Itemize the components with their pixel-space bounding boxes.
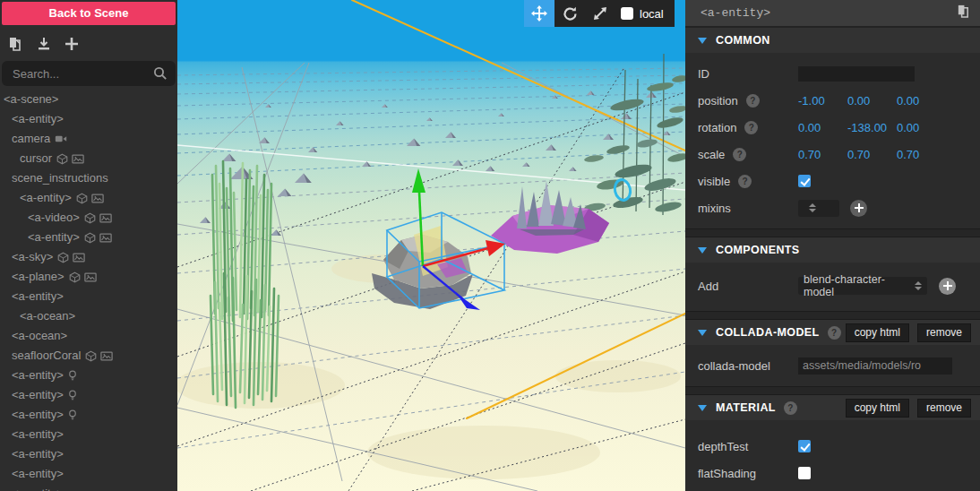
sidebar-actions — [0, 27, 177, 57]
search-icon[interactable] — [153, 66, 168, 84]
mixins-label: mixins — [698, 202, 798, 215]
rotation-x-field[interactable]: 0.00 — [798, 121, 847, 134]
tree-row[interactable]: <a-entity> — [0, 188, 177, 208]
depth-test-label: depthTest — [698, 440, 798, 453]
collada-model-row: collada-model — [685, 356, 980, 375]
add-component-button[interactable] — [939, 278, 956, 295]
tree-row[interactable]: <a-entity> — [0, 385, 177, 405]
scene-graph-sidebar: Back to Scene <a-scene> <a-entity> camer… — [0, 0, 177, 491]
tree-row[interactable]: <a-video> — [0, 208, 177, 228]
depth-test-checkbox[interactable] — [798, 440, 811, 452]
tree-row[interactable]: <a-plane> — [0, 267, 177, 287]
common-section-title: COMMON — [716, 34, 770, 47]
tree-row[interactable]: <a-entity> — [0, 444, 177, 464]
tree-row-label: <a-entity> — [12, 425, 64, 444]
search-input[interactable] — [2, 61, 176, 86]
tree-row[interactable]: <a-ocean> — [0, 326, 177, 346]
tree-row-label: <a-entity> — [12, 405, 64, 425]
tree-row[interactable]: <a-entity> — [0, 228, 177, 247]
collapse-collada-icon[interactable] — [698, 330, 707, 336]
position-x-field[interactable]: -1.00 — [798, 94, 847, 108]
material-copy-html-button[interactable]: copy html — [846, 399, 909, 418]
flat-shading-row: flatShading — [685, 460, 980, 487]
rotate-tool-button[interactable] — [554, 0, 585, 27]
select-arrows-icon — [809, 203, 816, 212]
camera-icon — [55, 134, 67, 144]
visible-help-icon[interactable] — [738, 175, 752, 188]
tree-row[interactable]: <a-scene> — [0, 90, 177, 109]
tree-row[interactable]: <a-ocean> — [0, 306, 177, 326]
visible-checkbox[interactable] — [798, 175, 811, 187]
collada-model-input[interactable] — [798, 357, 952, 375]
collapse-components-icon[interactable] — [698, 247, 707, 254]
copy-html-icon[interactable] — [956, 4, 971, 22]
rotation-z-field[interactable]: 0.00 — [897, 121, 946, 134]
tree-row[interactable]: camera — [0, 129, 177, 149]
collada-model-help-icon[interactable] — [828, 326, 841, 340]
position-help-icon[interactable] — [746, 94, 760, 108]
id-label: ID — [698, 67, 798, 81]
tree-row[interactable]: <a-entity> — [0, 287, 177, 306]
id-row: ID — [685, 60, 980, 87]
tree-row[interactable]: cursor — [0, 149, 177, 168]
translate-tool-button[interactable] — [524, 0, 554, 27]
collapse-material-icon[interactable] — [698, 405, 707, 411]
add-entity-icon[interactable] — [64, 37, 79, 51]
select-arrows-icon — [915, 281, 922, 290]
flat-shading-label: flatShading — [698, 467, 798, 480]
components-section-bar: COMPONENTS — [685, 237, 980, 263]
collada-model-section-title: COLLADA-MODEL — [716, 326, 820, 339]
cube-icon — [56, 153, 68, 165]
tree-row-label: <a-sky> — [12, 247, 53, 267]
collada-copy-html-button[interactable]: copy html — [846, 323, 909, 342]
local-checkbox[interactable] — [621, 7, 633, 20]
cube-icon — [76, 193, 88, 204]
tree-row[interactable]: seafloorCoral — [0, 346, 177, 366]
add-component-select[interactable]: blend-character-model — [798, 277, 927, 295]
position-y-field[interactable]: 0.00 — [847, 94, 897, 108]
mixins-select[interactable] — [798, 200, 839, 217]
material-remove-button[interactable]: remove — [917, 399, 971, 418]
position-z-field[interactable]: 0.00 — [897, 94, 946, 108]
scale-y-field[interactable]: 0.70 — [847, 148, 897, 161]
collada-remove-button[interactable]: remove — [917, 323, 971, 342]
rotation-y-field[interactable]: -138.00 — [847, 121, 897, 134]
add-component-row: Add blend-character-model — [685, 275, 980, 297]
tree-row[interactable]: <a-entity> — [0, 484, 177, 491]
common-section-bar: COMMON — [685, 28, 980, 53]
id-input[interactable] — [798, 66, 915, 82]
tree-row[interactable]: <a-entity> — [0, 366, 177, 385]
flat-shading-checkbox[interactable] — [798, 467, 811, 479]
scale-z-field[interactable]: 0.70 — [897, 148, 946, 161]
selected-entity-title: <a-entity> — [701, 6, 956, 20]
tree-row-label: scene_instructions — [12, 168, 108, 188]
collapse-common-icon[interactable] — [698, 38, 707, 44]
scene-canvas[interactable] — [177, 0, 685, 491]
tree-row-label: <a-ocean> — [20, 306, 75, 326]
add-mixin-button[interactable] — [850, 200, 867, 217]
copy-entity-icon[interactable] — [7, 36, 23, 52]
tree-row-label: <a-ocean> — [12, 326, 67, 346]
tree-row[interactable]: <a-sky> — [0, 247, 177, 267]
scale-x-field[interactable]: 0.70 — [798, 148, 847, 161]
scale-tool-button[interactable] — [585, 0, 615, 27]
material-help-icon[interactable] — [784, 401, 797, 415]
rotation-help-icon[interactable] — [744, 121, 758, 134]
image-icon — [91, 193, 104, 204]
tree-row-label: <a-entity> — [28, 228, 80, 247]
collada-model-label: collada-model — [698, 359, 798, 373]
3d-viewport[interactable]: local — [177, 0, 685, 491]
tree-row[interactable]: <a-entity> — [0, 464, 177, 484]
image-icon — [73, 252, 85, 263]
image-icon — [100, 350, 113, 362]
light-icon — [68, 409, 77, 421]
back-to-scene-button[interactable]: Back to Scene — [2, 2, 176, 25]
download-icon[interactable] — [36, 36, 52, 52]
tree-row[interactable]: <a-entity> — [0, 109, 177, 129]
tree-row[interactable]: scene_instructions — [0, 168, 177, 188]
material-section-title: MATERIAL — [716, 401, 776, 414]
transform-toolbar: local — [524, 0, 675, 27]
tree-row[interactable]: <a-entity> — [0, 425, 177, 444]
scale-help-icon[interactable] — [733, 148, 746, 161]
tree-row[interactable]: <a-entity> — [0, 405, 177, 425]
